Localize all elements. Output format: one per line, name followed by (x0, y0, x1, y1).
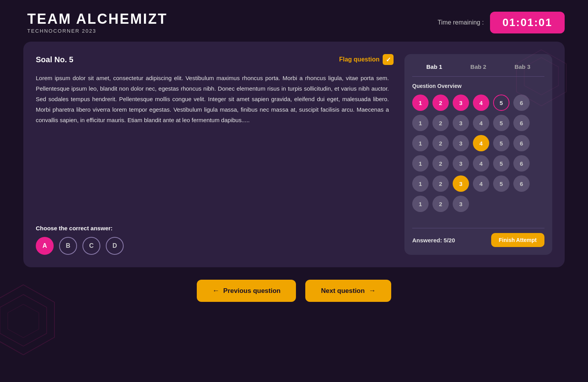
grid-row-3: 1 2 3 4 5 6 (412, 135, 544, 151)
main-container: Soal No. 5 Flag question ✓ Lorem ipsum d… (23, 42, 565, 267)
svg-marker-2 (8, 304, 39, 338)
tab-bab3[interactable]: Bab 3 (511, 62, 534, 72)
q-btn-4-5[interactable]: 5 (493, 155, 509, 172)
q-btn-6-2[interactable]: 2 (432, 196, 449, 212)
q-btn-2-6[interactable]: 6 (513, 115, 530, 131)
header: TEAM ALCHEMIZT TECHNOCORNER 2023 Time re… (0, 0, 588, 42)
q-btn-2-5[interactable]: 5 (493, 115, 509, 131)
overview-footer: Answered: 5/20 Finish Attempt (412, 228, 544, 247)
q-btn-5-2[interactable]: 2 (432, 175, 449, 192)
question-text: Lorem ipsum dolor sit amet, consectetur … (36, 73, 394, 214)
q-btn-4-6[interactable]: 6 (513, 155, 530, 172)
q-btn-5-4[interactable]: 4 (473, 175, 489, 192)
grid-row-5: 1 2 3 4 5 6 (412, 175, 544, 192)
q-btn-2-1[interactable]: 1 (412, 115, 429, 131)
q-btn-6-3[interactable]: 3 (453, 196, 469, 212)
brand-subtitle: TECHNOCORNER 2023 (27, 28, 168, 34)
tab-bab1[interactable]: Bab 1 (423, 62, 445, 72)
next-label: Next question (321, 287, 364, 295)
q-btn-2-3[interactable]: 3 (453, 115, 469, 131)
tab-bab2[interactable]: Bab 2 (467, 62, 490, 72)
question-header: Soal No. 5 Flag question ✓ (36, 54, 394, 65)
q-btn-5-1[interactable]: 1 (412, 175, 429, 192)
q-btn-4-1[interactable]: 1 (412, 155, 429, 172)
brand-title: TEAM ALCHEMIZT (27, 11, 168, 27)
q-btn-1-3[interactable]: 3 (453, 95, 469, 111)
answer-label: Choose the correct answer: (36, 225, 394, 231)
q-btn-1-6[interactable]: 6 (513, 95, 530, 111)
q-btn-3-2[interactable]: 2 (432, 135, 449, 151)
answer-option-b[interactable]: B (59, 237, 77, 255)
next-arrow-icon: → (369, 287, 376, 295)
flag-area[interactable]: Flag question ✓ (339, 54, 394, 65)
prev-question-button[interactable]: ← Previous question (197, 280, 296, 302)
question-panel: Soal No. 5 Flag question ✓ Lorem ipsum d… (36, 54, 394, 255)
tabs: Bab 1 Bab 2 Bab 3 (412, 62, 544, 77)
overview-title: Question Overview (412, 83, 544, 89)
q-btn-5-6[interactable]: 6 (513, 175, 530, 192)
q-btn-1-5[interactable]: 5 (493, 95, 509, 111)
q-btn-3-6[interactable]: 6 (513, 135, 530, 151)
q-btn-3-4[interactable]: 4 (473, 135, 489, 151)
nav-buttons: ← Previous question Next question → (0, 280, 588, 302)
question-grid: 1 2 3 4 5 6 1 2 3 4 5 6 1 2 3 4 (412, 95, 544, 223)
prev-label: Previous question (223, 287, 280, 295)
flag-checkbox[interactable]: ✓ (383, 54, 394, 65)
q-btn-2-4[interactable]: 4 (473, 115, 489, 131)
svg-marker-1 (0, 294, 47, 346)
finish-attempt-button[interactable]: Finish Attempt (491, 233, 544, 247)
grid-row-1: 1 2 3 4 5 6 (412, 95, 544, 111)
answer-option-c[interactable]: C (82, 237, 100, 255)
q-btn-1-2[interactable]: 2 (432, 95, 449, 111)
brand: TEAM ALCHEMIZT TECHNOCORNER 2023 (27, 11, 168, 34)
next-question-button[interactable]: Next question → (305, 280, 391, 302)
q-btn-3-5[interactable]: 5 (493, 135, 509, 151)
timer-display: 01:01:01 (490, 12, 565, 33)
grid-row-6: 1 2 3 (412, 196, 544, 212)
answer-section: Choose the correct answer: A B C D (36, 225, 394, 255)
answered-count: Answered: 5/20 (412, 237, 455, 244)
q-btn-1-1[interactable]: 1 (412, 95, 429, 111)
grid-row-2: 1 2 3 4 5 6 (412, 115, 544, 131)
question-number: Soal No. 5 (36, 55, 74, 64)
timer-area: Time remaining : 01:01:01 (438, 12, 565, 33)
q-btn-6-1[interactable]: 1 (412, 196, 429, 212)
overview-panel: Bab 1 Bab 2 Bab 3 Question Overview 1 2 … (404, 54, 552, 255)
q-btn-3-1[interactable]: 1 (412, 135, 429, 151)
flag-label: Flag question (339, 56, 380, 63)
answer-option-d[interactable]: D (106, 237, 124, 255)
answer-option-a[interactable]: A (36, 237, 54, 255)
q-btn-4-4[interactable]: 4 (473, 155, 489, 172)
prev-arrow-icon: ← (212, 287, 219, 295)
q-btn-4-3[interactable]: 3 (453, 155, 469, 172)
q-btn-2-2[interactable]: 2 (432, 115, 449, 131)
q-btn-5-3[interactable]: 3 (453, 175, 469, 192)
q-btn-4-2[interactable]: 2 (432, 155, 449, 172)
q-btn-1-4[interactable]: 4 (473, 95, 489, 111)
grid-row-4: 1 2 3 4 5 6 (412, 155, 544, 172)
timer-label: Time remaining : (438, 19, 484, 26)
q-btn-5-5[interactable]: 5 (493, 175, 509, 192)
answer-options: A B C D (36, 237, 394, 255)
q-btn-3-3[interactable]: 3 (453, 135, 469, 151)
